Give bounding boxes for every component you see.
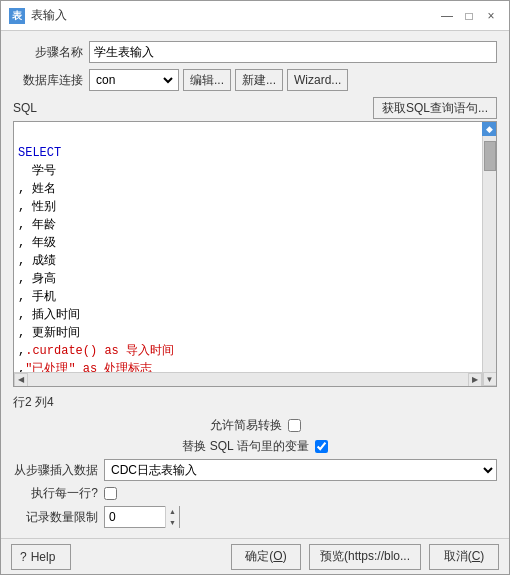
from-step-label: 从步骤插入数据 — [13, 462, 98, 479]
replace-variables-label: 替换 SQL 语句里的变量 — [182, 438, 308, 455]
db-combo[interactable]: con — [89, 69, 179, 91]
preview-button[interactable]: 预览(https://blo... — [309, 544, 421, 570]
content-area: 步骤名称 数据库连接 con 编辑... 新建... Wizard... SQL… — [1, 31, 509, 538]
execute-each-row: 执行每一行? — [13, 485, 497, 502]
cancel-label: 取消(C) — [444, 549, 485, 563]
sql-editor-wrapper: SELECT 学号 , 姓名 , 性别 , 年龄 , 年级 , 成绩 , 身高 … — [13, 121, 497, 387]
window-title: 表输入 — [31, 7, 67, 24]
scroll-left-arrow[interactable]: ◀ — [14, 373, 28, 387]
footer: ? Help 确定(O) 预览(https://blo... 取消(C) — [1, 538, 509, 574]
from-step-row: 从步骤插入数据 CDC日志表输入 — [13, 459, 497, 481]
records-limit-label: 记录数量限制 — [13, 509, 98, 526]
spinner-up-button[interactable]: ▲ — [166, 506, 179, 517]
options-section: 允许简易转换 替换 SQL 语句里的变量 从步骤插入数据 CDC日志表输入 执行 — [13, 417, 497, 528]
sql-header: SQL 获取SQL查询语句... — [13, 97, 497, 119]
title-bar-controls: — □ × — [437, 6, 501, 26]
db-select[interactable]: con — [92, 70, 176, 90]
ok-button[interactable]: 确定(O) — [231, 544, 301, 570]
horizontal-scrollbar[interactable]: ◀ ▶ — [14, 372, 482, 386]
sql-content-area: SELECT 学号 , 姓名 , 性别 , 年龄 , 年级 , 成绩 , 身高 … — [14, 122, 482, 372]
scroll-thumb[interactable] — [484, 141, 496, 171]
records-limit-row: 记录数量限制 ▲ ▼ — [13, 506, 497, 528]
allow-convert-label: 允许简易转换 — [210, 417, 282, 434]
spinner-down-button[interactable]: ▼ — [166, 517, 179, 528]
scroll-right-arrow[interactable]: ▶ — [468, 373, 482, 387]
maximize-button[interactable]: □ — [459, 6, 479, 26]
ok-label: 确定(O) — [245, 549, 286, 563]
help-button[interactable]: ? Help — [11, 544, 71, 570]
minimize-button[interactable]: — — [437, 6, 457, 26]
db-label: 数据库连接 — [13, 72, 83, 89]
cancel-button[interactable]: 取消(C) — [429, 544, 499, 570]
scroll-down-arrow[interactable]: ▼ — [483, 372, 497, 386]
allow-convert-checkbox[interactable] — [288, 419, 301, 432]
sql-section: SQL 获取SQL查询语句... SELECT 学号 , 姓名 , 性别 , 年… — [13, 97, 497, 387]
replace-variables-row: 替换 SQL 语句里的变量 — [13, 438, 497, 455]
close-button[interactable]: × — [481, 6, 501, 26]
db-connection-row: 数据库连接 con 编辑... 新建... Wizard... — [13, 69, 497, 91]
replace-variables-checkbox[interactable] — [315, 440, 328, 453]
preview-label: 预览(https://blo... — [320, 549, 410, 563]
from-step-combo[interactable]: CDC日志表输入 — [104, 459, 497, 481]
edit-db-button[interactable]: 编辑... — [183, 69, 231, 91]
from-step-select[interactable]: CDC日志表输入 — [105, 460, 496, 480]
new-db-button[interactable]: 新建... — [235, 69, 283, 91]
allow-convert-row: 允许简易转换 — [13, 417, 497, 434]
execute-each-checkbox[interactable] — [104, 487, 117, 500]
sql-status-bar: 行2 列4 — [13, 393, 497, 411]
window-icon: 表 — [9, 8, 25, 24]
step-name-row: 步骤名称 — [13, 41, 497, 63]
wizard-button[interactable]: Wizard... — [287, 69, 348, 91]
get-sql-button[interactable]: 获取SQL查询语句... — [373, 97, 497, 119]
scroll-track[interactable] — [483, 136, 497, 372]
vertical-scrollbar[interactable]: ▲ ▼ — [482, 122, 496, 386]
title-bar: 表 表输入 — □ × — [1, 1, 509, 31]
records-limit-wrapper: ▲ ▼ — [104, 506, 180, 528]
records-spinner: ▲ ▼ — [165, 506, 179, 528]
help-label: Help — [31, 550, 56, 564]
step-name-input[interactable] — [89, 41, 497, 63]
main-window: 表 表输入 — □ × 步骤名称 数据库连接 con 编辑... — [0, 0, 510, 575]
help-icon: ? — [20, 550, 27, 564]
sql-label: SQL — [13, 101, 37, 115]
execute-each-label: 执行每一行? — [13, 485, 98, 502]
step-name-label: 步骤名称 — [13, 44, 83, 61]
diamond-corner-button[interactable]: ◆ — [482, 122, 496, 136]
hscroll-track[interactable] — [28, 373, 468, 387]
records-limit-input[interactable] — [105, 507, 165, 527]
title-bar-left: 表 表输入 — [9, 7, 67, 24]
